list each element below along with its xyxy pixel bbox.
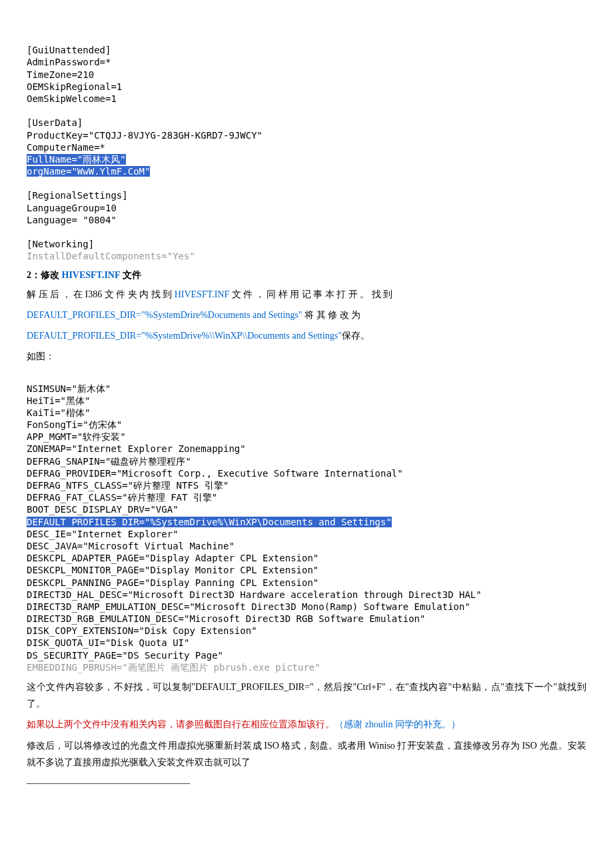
code-text: DEFAULT_PROFILES_DIR="%SystemDrive%\\Win… [27, 331, 342, 341]
code-line: DISK_QUOTA_UI="Disk Quota UI" [27, 637, 189, 648]
code-line: KaiTi="楷体" [27, 407, 90, 418]
code-line: OemSkipWelcome=1 [27, 93, 117, 104]
code-line: DEFRAG_NTFS_CLASS="碎片整理 NTFS 引擎" [27, 480, 229, 491]
code-line: DIRECT3D_RAMP_EMULATION_DESC="Microsoft … [27, 601, 470, 612]
paragraph: 修改后，可以将修改过的光盘文件用虚拟光驱重新封装成 ISO 格式，刻盘。或者用 … [27, 737, 586, 771]
code-line: LanguageGroup=10 [27, 203, 117, 213]
ini-code-block-2: NSIMSUN="新木体" HeiTi="黑体" KaiTi="楷体" FonS… [27, 370, 586, 673]
paragraph: 解 压 后 ， 在 I386 文 件 夹 内 找 到 HIVESFT.INF 文… [27, 286, 586, 303]
code-line: DISK_COPY_EXTENSION="Disk Copy Extension… [27, 625, 257, 636]
text: 文 件 ， 同 样 用 记 事 本 打 开 。 找 到 [229, 289, 392, 299]
ini-code-block-1: [GuiUnattended] AdminPassword=* TimeZone… [27, 32, 586, 263]
divider-line: —————————————————– [27, 775, 586, 791]
code-line: DEFRAG_PROVIDER="Microsoft Corp., Execut… [27, 468, 403, 479]
code-line-highlighted: DEFAULT_PROFILES_DIR="%SystemDrive%\WinX… [27, 517, 392, 527]
section-number: 2： [27, 270, 41, 280]
code-line: [GuiUnattended] [27, 45, 111, 55]
paragraph: DEFAULT_PROFILES_DIR="%SystemDrire%Docum… [27, 307, 586, 323]
paragraph-warning: 如果以上两个文件中没有相关内容，请参照截图自行在相应位置添加该行。（感谢 zho… [27, 716, 586, 733]
code-text: DEFAULT_PROFILES_DIR="%SystemDrire%Docum… [27, 310, 303, 320]
code-line: BOOT_DESC_DISPLAY_DRV="VGA" [27, 504, 179, 515]
text: 文 件 夹 内 找 到 [102, 289, 175, 299]
code-line: DIRECT3D_RGB_EMULATION_DESC="Microsoft D… [27, 613, 425, 624]
paragraph: DEFAULT_PROFILES_DIR="%SystemDrive%\\Win… [27, 327, 586, 344]
code-line: OEMSkipRegional=1 [27, 81, 122, 92]
filename: HIVESFT.INF [175, 289, 230, 299]
code-line: DESKCPL_PANNING_PAGE="Display Panning CP… [27, 577, 318, 588]
paragraph: 这个文件内容较多，不好找，可以复制"DEFAULT_PROFILES_DIR="… [27, 679, 586, 712]
code-line: ComputerName=* [27, 142, 105, 153]
paragraph: 如图： [27, 348, 586, 365]
text: 如图： [27, 351, 55, 361]
code-line: EMBEDDING_PBRUSH="画笔图片 画笔图片 pbrush.exe p… [27, 662, 320, 673]
warning-text: 如果以上两个文件中没有相关内容，请参照截图自行在相应位置添加该行。 [27, 719, 334, 729]
credit-text: 同学的补充。） [393, 719, 461, 729]
title-text: 文件 [120, 270, 141, 280]
code-line: ZONEMAP="Internet Explorer Zonemapping" [27, 443, 246, 454]
filename: HIVESFT.INF [62, 270, 121, 280]
text: 这个文件内容较多，不好找，可以复制"DEFAULT_PROFILES_DIR="… [27, 682, 586, 709]
code-line: DIRECT3D_HAL_DESC="Microsoft Direct3D Ha… [27, 589, 482, 600]
text: —————————————————– [27, 778, 190, 788]
code-line-highlighted: FullName="雨林木风" [27, 154, 126, 165]
text: 保存。 [342, 331, 370, 341]
text: 解 压 后 ， 在 [27, 289, 85, 299]
code-line: ProductKey="CTQJJ-8VJYG-283GH-KGRD7-9JWC… [27, 130, 263, 141]
code-line: DESC_IE="Internet Explorer" [27, 529, 179, 539]
code-line: InstallDefaultComponents="Yes" [27, 251, 195, 261]
title-text: 修改 [41, 270, 62, 280]
text: I386 [85, 289, 103, 299]
code-line: DESKCPL_ADAPTER_PAGE="Display Adapter CP… [27, 553, 318, 563]
code-line: FonSongTi="仿宋体" [27, 419, 122, 430]
code-line: DEFRAG_SNAPIN="磁盘碎片整理程序" [27, 456, 191, 467]
code-line: DESKCPL_MONITOR_PAGE="Display Monitor CP… [27, 565, 318, 575]
code-line: [RegionalSettings] [27, 190, 128, 201]
code-line: DESC_JAVA="Microsoft Virtual Machine" [27, 541, 235, 551]
code-line: NSIMSUN="新木体" [27, 383, 111, 394]
code-line: [Networking] [27, 239, 94, 249]
code-line-highlighted: orgName="WwW.YlmF.CoM" [27, 166, 150, 177]
code-line: [UserData] [27, 117, 83, 128]
text: 将 其 修 改 为 [303, 310, 361, 320]
code-line: TimeZone=210 [27, 69, 94, 80]
code-line: APP_MGMT="软件安装" [27, 431, 126, 442]
code-line: HeiTi="黑体" [27, 395, 90, 406]
credit-text: （感谢 [334, 719, 365, 729]
code-line: DS_SECURITY_PAGE="DS Security Page" [27, 650, 223, 661]
code-line: Language= "0804" [27, 215, 117, 225]
credit-name: zhoulin [365, 719, 393, 729]
section-2-title: 2：修改 HIVESFT.INF 文件 [27, 268, 586, 282]
code-line: AdminPassword=* [27, 57, 111, 67]
code-line: DEFRAG_FAT_CLASS="碎片整理 FAT 引擎" [27, 492, 217, 503]
text: 修改后，可以将修改过的光盘文件用虚拟光驱重新封装成 ISO 格式，刻盘。或者用 … [27, 741, 586, 767]
